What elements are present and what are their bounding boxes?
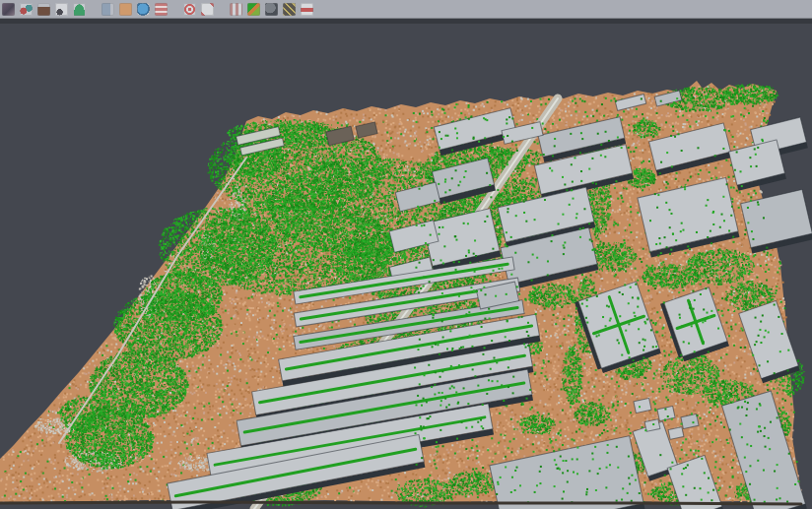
toolbar-classification-icon[interactable]	[247, 3, 260, 16]
toolbar-terrain-dem-icon[interactable]	[73, 3, 86, 16]
toolbar-measure-icon[interactable]	[283, 3, 296, 16]
toolbar-save-icon[interactable]	[20, 3, 33, 16]
toolbar-target-icon[interactable]	[183, 3, 196, 16]
toolbar-mountain-icon[interactable]	[37, 3, 50, 16]
viewport-container	[0, 24, 812, 509]
toolbar-layers-icon[interactable]	[155, 3, 168, 16]
toolbar-point-pick-icon[interactable]	[55, 3, 68, 16]
toolbar-separator	[91, 3, 97, 16]
toolbar-separator	[172, 3, 178, 16]
viewport-3d-point-cloud[interactable]	[0, 24, 812, 509]
toolbar-zoom-fit-icon[interactable]	[201, 3, 214, 16]
toolbar-ortho-image-icon[interactable]	[119, 3, 132, 16]
toolbar-globe-icon[interactable]	[137, 3, 150, 16]
toolbar-filter-grid-icon[interactable]	[230, 3, 242, 16]
point-cloud-app-window	[0, 0, 812, 509]
toolbar-slice-tool-icon[interactable]	[301, 3, 313, 16]
toolbar-group-3	[183, 3, 214, 16]
toolbar-separator	[219, 3, 225, 16]
main-toolbar	[0, 0, 812, 19]
toolbar-group-2	[102, 3, 168, 16]
toolbar-side-panel-icon[interactable]	[102, 3, 114, 16]
toolbar-open-project-icon[interactable]	[2, 3, 15, 16]
toolbar-group-1	[2, 3, 86, 16]
toolbar-sphere-render-icon[interactable]	[265, 3, 278, 16]
toolbar-group-4	[230, 3, 313, 16]
